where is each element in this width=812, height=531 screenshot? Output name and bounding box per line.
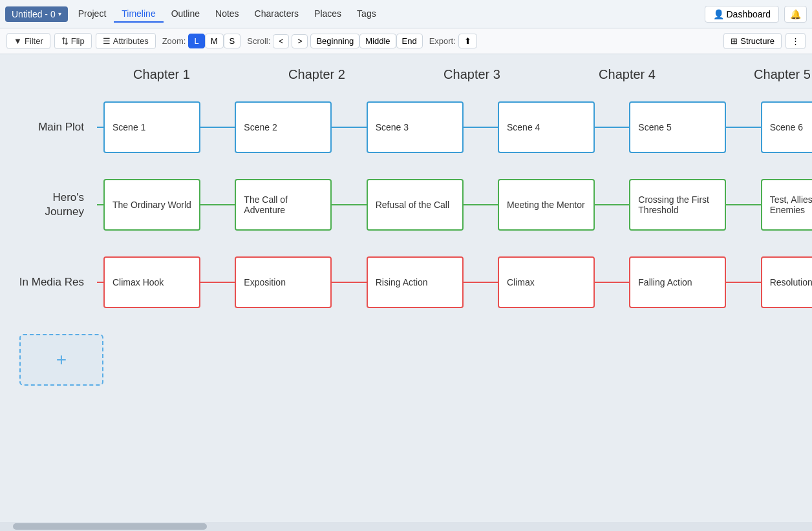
- chapter-header-1: Chapter 1: [103, 67, 220, 82]
- toolbar-right: ⊞ Structure ⋮: [723, 33, 806, 49]
- zoom-btn-l[interactable]: L: [188, 34, 204, 48]
- nav-tabs: ProjectTimelineOutlineNotesCharactersPla…: [70, 6, 384, 23]
- row-track-1: The Ordinary WorldThe Call of AdventureR…: [97, 179, 812, 231]
- zoom-group: Zoom: LMS: [162, 34, 241, 48]
- scene-card-r0-s3[interactable]: Scene 4: [498, 101, 595, 153]
- flip-icon: ⇅: [61, 36, 69, 46]
- nav-tab-timeline[interactable]: Timeline: [114, 6, 163, 23]
- structure-button[interactable]: ⊞ Structure: [723, 33, 782, 49]
- scene-card-r2-s3[interactable]: Climax: [498, 256, 595, 308]
- app-title-button[interactable]: Untitled - 0: [5, 6, 68, 22]
- more-options-button[interactable]: ⋮: [785, 33, 806, 49]
- zoom-label: Zoom:: [162, 36, 186, 46]
- scroll-left-button[interactable]: <: [273, 34, 289, 48]
- row-track-0: Scene 1Scene 2Scene 3Scene 4Scene 5Scene…: [97, 101, 812, 153]
- nav-tab-outline[interactable]: Outline: [164, 6, 208, 21]
- plot-row-1: Hero's JourneyThe Ordinary WorldThe Call…: [13, 179, 812, 231]
- plot-row-0: Main PlotScene 1Scene 2Scene 3Scene 4Sce…: [13, 101, 812, 153]
- export-group: Export: ⬆: [429, 34, 477, 48]
- scroll-pos-middle[interactable]: Middle: [359, 34, 396, 48]
- scene-card-r2-s1[interactable]: Exposition: [235, 256, 332, 308]
- canvas-inner: Chapter 1Chapter 2Chapter 3Chapter 4Chap…: [0, 67, 812, 386]
- scene-card-r1-s0[interactable]: The Ordinary World: [103, 179, 200, 231]
- scene-card-r0-s0[interactable]: Scene 1: [103, 101, 200, 153]
- scene-card-r1-s4[interactable]: Crossing the First Threshold: [629, 179, 726, 231]
- nav-right: 👤 Dashboard 🔔: [705, 6, 807, 23]
- nav-tab-tags[interactable]: Tags: [349, 6, 384, 21]
- chapter-header-4: Chapter 4: [569, 67, 685, 82]
- person-icon: 👤: [713, 9, 724, 19]
- plus-icon: +: [56, 349, 67, 370]
- row-label-1: Hero's Journey: [13, 191, 97, 219]
- add-row-button[interactable]: +: [19, 334, 103, 386]
- scroll-group: Scroll: < > BeginningMiddleEnd: [247, 34, 422, 48]
- chapter-header-3: Chapter 3: [414, 67, 530, 82]
- scene-card-r0-s5[interactable]: Scene 6: [761, 101, 812, 153]
- row-label-2: In Media Res: [13, 275, 97, 289]
- scene-card-r1-s3[interactable]: Meeting the Mentor: [498, 179, 595, 231]
- chapter-header-2: Chapter 2: [259, 67, 375, 82]
- filter-button[interactable]: ▼ Filter: [6, 33, 50, 49]
- structure-icon: ⊞: [731, 36, 738, 46]
- dashboard-button[interactable]: 👤 Dashboard: [705, 6, 780, 23]
- scroll-right-button[interactable]: >: [292, 34, 308, 48]
- main-canvas: Chapter 1Chapter 2Chapter 3Chapter 4Chap…: [0, 54, 812, 531]
- add-row-area: +: [19, 334, 812, 386]
- scene-card-r2-s2[interactable]: Rising Action: [367, 256, 464, 308]
- scroll-label: Scroll:: [247, 36, 270, 46]
- zoom-btn-m[interactable]: M: [205, 34, 224, 48]
- scrollbar-thumb: [13, 523, 207, 530]
- nav-tab-places[interactable]: Places: [306, 6, 349, 21]
- scene-card-r1-s2[interactable]: Refusal of the Call: [367, 179, 464, 231]
- scene-card-r0-s1[interactable]: Scene 2: [235, 101, 332, 153]
- scene-card-r2-s5[interactable]: Resolution: [761, 256, 812, 308]
- toolbar: ▼ Filter ⇅ Flip ☰ Attributes Zoom: LMS S…: [0, 28, 812, 54]
- nav-tab-project[interactable]: Project: [70, 6, 114, 21]
- chapters-row: Chapter 1Chapter 2Chapter 3Chapter 4Chap…: [103, 67, 812, 82]
- zoom-btn-s[interactable]: S: [224, 34, 241, 48]
- row-label-0: Main Plot: [13, 120, 97, 134]
- scroll-pos-end[interactable]: End: [396, 34, 423, 48]
- plot-rows: Main PlotScene 1Scene 2Scene 3Scene 4Sce…: [13, 101, 812, 308]
- nav-tab-notes[interactable]: Notes: [208, 6, 247, 21]
- flip-button[interactable]: ⇅ Flip: [54, 33, 92, 49]
- top-nav: Untitled - 0 ProjectTimelineOutlineNotes…: [0, 0, 812, 28]
- scene-card-r2-s4[interactable]: Falling Action: [629, 256, 726, 308]
- filter-icon: ▼: [14, 36, 22, 46]
- scene-card-r0-s4[interactable]: Scene 5: [629, 101, 726, 153]
- plot-row-2: In Media ResClimax HookExpositionRising …: [13, 256, 812, 308]
- row-track-2: Climax HookExpositionRising ActionClimax…: [97, 256, 812, 308]
- scene-card-r0-s2[interactable]: Scene 3: [367, 101, 464, 153]
- attributes-icon: ☰: [103, 36, 111, 46]
- nav-tab-characters[interactable]: Characters: [247, 6, 306, 21]
- scroll-pos-beginning[interactable]: Beginning: [310, 34, 359, 48]
- scene-card-r1-s1[interactable]: The Call of Adventure: [235, 179, 332, 231]
- scene-card-r2-s0[interactable]: Climax Hook: [103, 256, 200, 308]
- export-button[interactable]: ⬆: [458, 34, 477, 48]
- scrollbar-track[interactable]: [0, 522, 812, 531]
- attributes-button[interactable]: ☰ Attributes: [96, 33, 156, 49]
- scene-card-r1-s5[interactable]: Test, Allies, Enemies: [761, 179, 812, 231]
- chapter-header-5: Chapter 5: [724, 67, 812, 82]
- notification-button[interactable]: 🔔: [784, 6, 807, 23]
- export-label: Export:: [429, 36, 456, 46]
